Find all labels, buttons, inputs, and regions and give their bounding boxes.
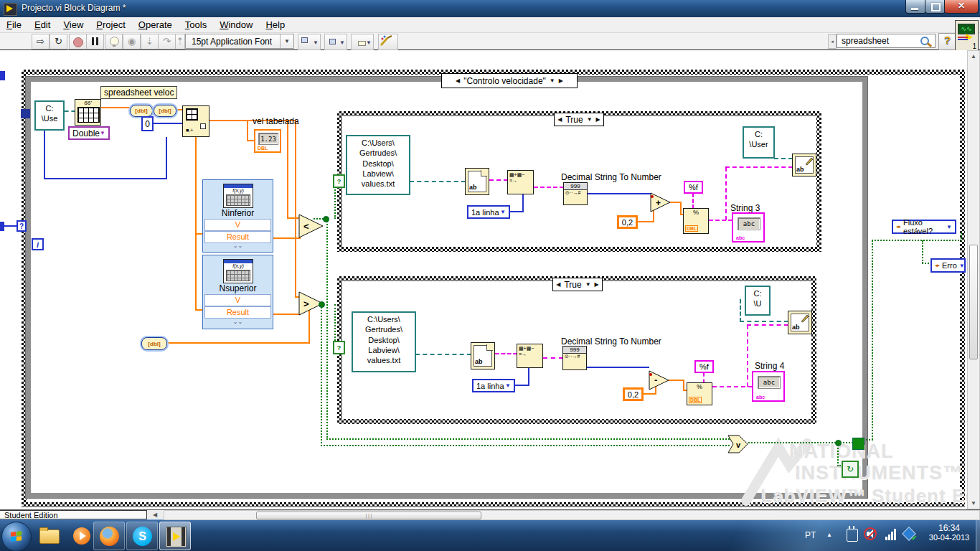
tray-dropbox-icon[interactable]: ✔ (903, 527, 915, 540)
run-button[interactable]: ⇨ (32, 34, 50, 50)
case-1-read-text-file-icon[interactable]: ab (465, 168, 489, 195)
formula-node-ninferior[interactable]: f(x,y) Ninferior V Result ⌄⌄ (202, 179, 273, 253)
constant-zero[interactable]: 0 (141, 116, 154, 131)
case-dropdown-icon[interactable]: ▼ (587, 116, 593, 123)
horizontal-scrollbar[interactable]: ∣∣∣ (164, 510, 980, 520)
case-1-selector-value[interactable]: True (565, 115, 583, 125)
case-prev-icon[interactable]: ◀ (557, 116, 562, 123)
vel-tabelada-label[interactable]: vel tabelada (253, 116, 299, 126)
taskbar-explorer[interactable] (33, 522, 65, 550)
case-1-line-selector[interactable]: 1a linha ▼ (467, 205, 510, 219)
case-1-string-indicator[interactable]: abc abc (732, 212, 765, 242)
case-1-path-constant[interactable]: C:\Users\ Gertrudes\ Desktop\ Labview\ v… (346, 135, 410, 195)
case-2-path-constant[interactable]: C:\Users\ Gertrudes\ Desktop\ Labview\ v… (352, 311, 416, 372)
close-button[interactable]: ✕ (944, 0, 979, 14)
local-variable-fluxo[interactable]: ◂▸ Fluxo estável? ▼ (892, 220, 956, 234)
or-node[interactable]: v (727, 435, 749, 456)
pause-button[interactable] (86, 34, 104, 50)
read-spreadsheet-file-icon[interactable]: 66' (75, 99, 101, 126)
tray-clock[interactable]: 16:34 30-04-2013 (923, 523, 976, 542)
distribute-objects-button[interactable]: ▼ (324, 34, 347, 50)
case-2-write-text-file-icon[interactable]: ab (788, 311, 812, 334)
formula-node-nsuperior[interactable]: f(x,y) Nsuperior V Result ⌄⌄ (202, 255, 273, 329)
case-1-dstn-label[interactable]: Decimal String To Number (561, 172, 661, 182)
tray-network-icon[interactable] (885, 527, 898, 540)
menu-tools[interactable]: Tools (179, 18, 213, 32)
case-2-offset-constant[interactable]: 0,2 (623, 387, 644, 401)
show-desktop-button[interactable] (976, 520, 980, 551)
case-2-read-text-file-icon[interactable]: ab (471, 342, 495, 369)
offscreen-terminal-top[interactable] (0, 71, 5, 80)
type-selector-double[interactable]: Double ▼ (68, 126, 110, 140)
path-constant-main[interactable]: C: \Use (34, 100, 65, 131)
case-1-selector[interactable]: ◀ True ▼ ▶ (554, 113, 604, 126)
case-2-string-label[interactable]: String 4 (755, 361, 784, 371)
loop-tunnel-left[interactable] (21, 109, 30, 118)
loop-condition-terminal[interactable]: ↻ (842, 461, 859, 478)
abort-button[interactable] (69, 34, 87, 50)
case-2-path-out-constant[interactable]: C: \U (745, 286, 771, 316)
case-1-match-pattern-icon[interactable]: ▩+▩− ≡→ (507, 170, 534, 194)
menu-edit[interactable]: Edit (28, 18, 57, 32)
tray-power-icon[interactable] (847, 529, 858, 542)
case-2-selector-value[interactable]: True (564, 280, 581, 290)
formula-output-result[interactable]: Result (204, 306, 271, 319)
case-selector-tunnel[interactable]: ? (17, 220, 27, 232)
case-2-selector[interactable]: ◀ True ▼ ▶ (552, 278, 603, 291)
scroll-left-icon[interactable]: ◀ (153, 512, 157, 518)
menu-help[interactable]: Help (259, 18, 291, 32)
vi-connector-icon[interactable]: ∿∿ 1 (955, 20, 979, 51)
start-button[interactable] (1, 522, 32, 551)
string-to-array-conversion[interactable]: [dbl] (130, 105, 153, 117)
case-2-match-pattern-icon[interactable]: ▩+▩− ≡→ (517, 344, 543, 368)
vertical-scrollbar-thumb[interactable] (969, 245, 978, 359)
case-dropdown-icon[interactable]: ▼ (550, 77, 555, 84)
menu-window[interactable]: Window (213, 18, 259, 32)
array-to-scalar-conversion[interactable]: [dbl] (154, 105, 176, 117)
align-objects-button[interactable]: ▼ (298, 34, 321, 50)
taskbar-skype[interactable]: S (126, 522, 158, 550)
spreadsheet-veloc-label[interactable]: spreadsheet veloc (100, 86, 177, 99)
step-into-button[interactable]: ⇣ (141, 34, 159, 50)
search-input[interactable]: spreadsheet (837, 34, 936, 48)
horizontal-scrollbar-thumb[interactable]: ∣∣∣ (256, 512, 481, 519)
expand-chevrons-icon[interactable]: ⌄⌄ (204, 243, 271, 250)
case-2-decimal-string-to-number-icon[interactable]: 999 ⊙··→# (562, 346, 587, 370)
case-next-icon[interactable]: ▶ (595, 281, 599, 288)
minimize-button[interactable] (905, 0, 926, 14)
formula-output-result[interactable]: Result (204, 231, 271, 243)
scroll-down-icon[interactable]: ▼ (968, 500, 979, 507)
vel-tabelada-indicator[interactable]: 1.23 DBL (254, 129, 281, 153)
step-over-button[interactable]: ↷ (158, 34, 176, 50)
reorder-objects-button[interactable]: ▼ (351, 34, 374, 50)
highlight-execution-button[interactable] (105, 34, 123, 50)
case-next-icon[interactable]: ▶ (559, 77, 563, 84)
case-1-string-label[interactable]: String 3 (730, 203, 760, 213)
vertical-scrollbar[interactable]: ▲ ▼ (967, 50, 980, 509)
case-1-write-text-file-icon[interactable]: ab (792, 154, 816, 176)
run-continuous-button[interactable]: ↻ (50, 34, 67, 50)
case-1-path-out-constant[interactable]: C: \User (743, 126, 775, 159)
menu-operate[interactable]: Operate (132, 18, 179, 32)
case-1-offset-constant[interactable]: 0,2 (617, 215, 638, 229)
case-2-format-constant[interactable]: %f (694, 360, 714, 373)
index-array-node[interactable]: ■.+ (182, 105, 209, 137)
case-1-decimal-string-to-number-icon[interactable]: 999 ⊙··→# (563, 182, 588, 205)
tray-volume-muted-icon[interactable] (865, 529, 878, 540)
step-out-button[interactable]: ⇡ (175, 34, 185, 50)
case-selector-outer[interactable]: ◀ "Controlo velocidade" ▼ ▶ (441, 73, 578, 88)
case-1-selector-terminal[interactable]: ? (333, 174, 345, 188)
local-variable-erro[interactable]: ◂▸ Erro ▼ (930, 258, 966, 273)
maximize-button[interactable] (925, 0, 946, 14)
case-1-format-into-string-icon[interactable]: % DBL (683, 208, 709, 234)
expand-chevrons-icon[interactable]: ⌄⌄ (204, 319, 271, 326)
case-2-subtract-node[interactable]: - (649, 370, 672, 393)
font-selector[interactable]: 15pt Application Font ▼ (185, 34, 294, 49)
clean-up-diagram-button[interactable] (378, 34, 398, 50)
to-double-conversion[interactable]: [dbl] (141, 337, 167, 350)
case-dropdown-icon[interactable]: ▼ (585, 281, 591, 288)
search-splitter[interactable]: ◂ (828, 34, 837, 49)
formula-input-v[interactable]: V (204, 294, 271, 306)
retain-wire-values-button[interactable]: ◉ (123, 34, 141, 50)
case-2-line-selector[interactable]: 1a linha ▼ (472, 379, 515, 392)
